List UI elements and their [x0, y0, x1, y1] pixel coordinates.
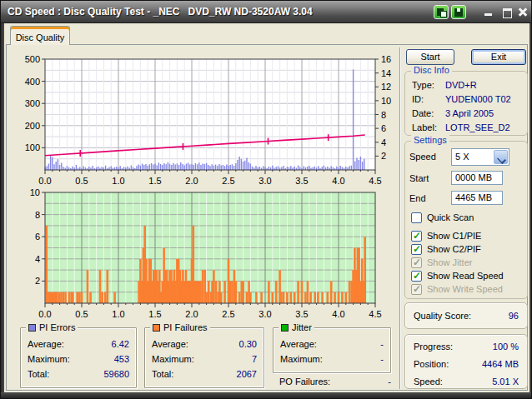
speed-select-value: 5 X	[455, 152, 469, 162]
progress-label: Progress:	[414, 342, 453, 352]
stat-row: Maximum:453	[28, 353, 129, 368]
jitter-box: Jitter Average:- Maximum:-	[273, 327, 391, 373]
svg-text:400: 400	[25, 77, 40, 87]
start-button[interactable]: Start	[406, 49, 454, 65]
svg-text:8: 8	[35, 210, 40, 220]
speed-label-status: Speed:	[414, 377, 443, 387]
quality-score-box: Quality Score: 96	[404, 302, 528, 329]
pi-errors-legend: PI Errors	[26, 322, 78, 332]
disc-info-row: ID:YUDEN000 T02	[412, 94, 520, 107]
stat-row: Maximum:7	[152, 353, 257, 368]
svg-text:2.5: 2.5	[222, 176, 234, 186]
svg-text:8: 8	[381, 110, 386, 120]
stat-value: 2067	[237, 368, 257, 383]
exit-button[interactable]: Exit	[471, 49, 526, 65]
checkbox-label: Show Write Speed	[427, 284, 503, 294]
svg-text:16: 16	[381, 54, 391, 64]
svg-text:6: 6	[35, 232, 40, 242]
speed-value: 5.01 X	[492, 377, 519, 387]
stat-value: -	[380, 338, 384, 353]
stat-label: Maximum:	[28, 353, 70, 368]
stat-label: Total:	[28, 368, 49, 383]
svg-text:4: 4	[35, 254, 40, 264]
chevron-down-icon[interactable]	[494, 150, 508, 164]
stat-value: 6.42	[112, 338, 129, 353]
svg-text:3.0: 3.0	[258, 176, 271, 186]
stat-value: 59680	[103, 368, 129, 383]
svg-text:0.5: 0.5	[75, 309, 88, 319]
window-title: CD Speed : Disc Quality Test - _NEC DVD_…	[8, 1, 313, 22]
save-icon[interactable]	[451, 5, 466, 19]
stat-label: Average:	[280, 338, 317, 353]
quality-score-label: Quality Score:	[414, 311, 471, 321]
svg-text:4.0: 4.0	[332, 176, 344, 186]
panel-separator	[399, 47, 401, 389]
svg-text:1.5: 1.5	[148, 176, 161, 186]
checkbox-icon	[411, 271, 422, 282]
checkbox-icon	[411, 284, 422, 295]
stat-row: Average:-	[280, 338, 384, 353]
svg-text:4: 4	[381, 137, 386, 147]
stat-value: 453	[114, 353, 129, 368]
stat-label: Maximum:	[280, 353, 323, 368]
tab-disc-quality[interactable]: Disc Quality	[10, 26, 70, 45]
disc-info-row: Type:DVD+R	[412, 80, 520, 92]
checkbox-icon	[411, 212, 422, 223]
pi-failures-title: PI Failures	[163, 322, 208, 332]
svg-text:0.5: 0.5	[75, 176, 88, 186]
maximize-button[interactable]	[501, 7, 513, 17]
stat-row: Average:0.30	[152, 338, 257, 353]
start-position-field[interactable]: 0000 MB	[451, 171, 503, 185]
start-button-label: Start	[420, 52, 439, 62]
svg-text:2.0: 2.0	[185, 309, 198, 319]
speed-label: Speed	[409, 152, 436, 162]
jitter-title: Jitter	[292, 322, 312, 332]
settings-title: Settings	[411, 135, 449, 145]
disc-info-label: Type:	[412, 80, 434, 90]
stat-label: Average:	[28, 338, 64, 353]
checkbox-label: Show C2/PIF	[427, 244, 481, 254]
progress-row: Progress: 100 %	[414, 342, 519, 352]
quality-score-row: Quality Score: 96	[414, 311, 519, 321]
po-failures-row: PO Failures: -	[279, 377, 391, 387]
end-label: End	[409, 193, 426, 203]
stat-row: Maximum:-	[280, 353, 384, 368]
stat-label: Maximum:	[152, 353, 194, 368]
speed-select[interactable]: 5 X	[451, 148, 509, 166]
progress-value: 100 %	[493, 342, 519, 352]
app-window: CD Speed : Disc Quality Test - _NEC DVD_…	[0, 0, 532, 399]
stat-row: Average:6.42	[28, 338, 129, 353]
start-label: Start	[409, 173, 429, 183]
po-failures-value: -	[388, 377, 391, 387]
pi-failures-box: PI Failures Average:0.30 Maximum:7 Total…	[144, 327, 264, 388]
disc-info-value: DVD+R	[445, 80, 477, 90]
checkbox-label: Show Jitter	[427, 257, 472, 267]
pi-errors-box: PI Errors Average:6.42 Maximum:453 Total…	[20, 327, 137, 388]
stat-value: 7	[252, 353, 257, 368]
close-button[interactable]	[517, 7, 529, 17]
svg-text:0.0: 0.0	[38, 309, 51, 319]
svg-text:10: 10	[30, 187, 40, 197]
pi-failures-legend: PI Failures	[150, 322, 210, 332]
quality-score-value: 96	[509, 311, 519, 321]
disc-info-label: Date:	[412, 108, 434, 118]
svg-text:500: 500	[25, 54, 40, 64]
disc-info-label: ID:	[412, 94, 424, 104]
end-position-field[interactable]: 4465 MB	[451, 191, 503, 205]
svg-text:12: 12	[381, 82, 391, 92]
pi-failures-chart: 2468100.00.51.01.52.02.53.03.54.04.5	[6, 186, 398, 321]
disc-info-label: Label:	[412, 122, 437, 132]
svg-text:2.0: 2.0	[185, 176, 198, 186]
stat-value: 0.30	[239, 338, 257, 353]
speed-row: Speed: 5.01 X	[414, 377, 519, 387]
minimize-button[interactable]	[483, 7, 494, 17]
checkbox-icon	[411, 244, 422, 255]
svg-text:2: 2	[35, 276, 40, 286]
svg-text:1.0: 1.0	[112, 176, 124, 186]
svg-text:3.5: 3.5	[295, 176, 308, 186]
svg-text:200: 200	[25, 121, 40, 131]
svg-text:6: 6	[381, 123, 386, 133]
svg-text:4.0: 4.0	[332, 309, 344, 319]
disc-info-value: 3 April 2005	[445, 108, 494, 118]
screenshot-icon[interactable]	[434, 5, 449, 19]
